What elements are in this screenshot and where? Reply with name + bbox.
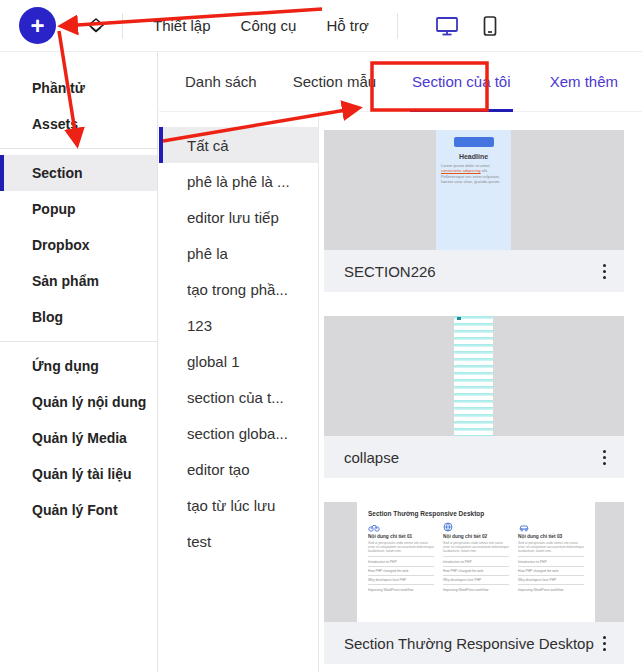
card-footer: collapse (324, 436, 624, 478)
toolbar-menu: Thiết lập Công cụ Hỗ trợ (153, 17, 369, 34)
column-link: Why developers love PHP (518, 575, 584, 584)
category-item[interactable]: editor lưu tiếp (159, 199, 318, 235)
column-link: Introduction to PHP (518, 556, 584, 565)
device-toggle (434, 14, 498, 38)
thumbnail-paragraph-text: Lorem ipsum dolor sit amet, (441, 163, 490, 168)
desktop-icon[interactable] (434, 14, 460, 38)
category-item[interactable]: editor tạo (159, 451, 318, 487)
menu-settings[interactable]: Thiết lập (153, 17, 211, 34)
category-all[interactable]: Tất cả (159, 127, 318, 163)
column-links: Introduction to PHP How PHP changed the … (518, 556, 584, 594)
mobile-icon[interactable] (482, 14, 498, 38)
thumbnail-headline: Headline (436, 153, 511, 160)
kebab-menu-icon[interactable] (599, 446, 610, 469)
menu-help[interactable]: Hỗ trợ (326, 17, 368, 34)
menu-tools[interactable]: Công cụ (241, 17, 297, 34)
column-paragraph: Sed ut perspiciatis unde omnis iste natu… (443, 541, 509, 554)
sidebar-divider (0, 341, 157, 342)
column-link: Improving WordPress workflow (368, 584, 434, 593)
tab-section-mau[interactable]: Section mẫu (293, 52, 376, 112)
card-title: collapse (344, 449, 599, 466)
category-item[interactable]: phê la (159, 235, 318, 271)
page-builder-window: + Thiết lập Công cụ Hỗ trợ (0, 0, 642, 672)
top-toolbar: + Thiết lập Công cụ Hỗ trợ (0, 0, 642, 52)
thumbnail-marker (457, 317, 461, 320)
column-link: How PHP changed the web (443, 566, 509, 575)
sidebar-divider (0, 148, 157, 149)
sidebar-item-quan-ly-tai-lieu[interactable]: Quản lý tài liệu (0, 456, 157, 492)
kebab-menu-icon[interactable] (599, 632, 610, 655)
column-heading: Nội dung chi tiết 01 (368, 534, 434, 539)
card-title: SECTION226 (344, 263, 599, 280)
column-link: Improving WordPress workflow (518, 584, 584, 593)
column-links: Introduction to PHP How PHP changed the … (368, 556, 434, 594)
sidebar-item-quan-ly-noi-dung[interactable]: Quản lý nội dung (0, 384, 157, 420)
layers-icon[interactable] (84, 14, 108, 38)
toolbar-divider (122, 13, 123, 39)
globe-icon (443, 522, 509, 532)
sidebar-item-san-pham[interactable]: Sản phẩm (0, 263, 157, 299)
column-heading: Nội dung chi tiết 03 (518, 534, 584, 539)
column-link: How PHP changed the web (518, 566, 584, 575)
column-link: Improving WordPress workflow (443, 584, 509, 593)
sidebar-item-quan-ly-media[interactable]: Quản lý Media (0, 420, 157, 456)
sidebar-item-quan-ly-font[interactable]: Quản lý Font (0, 492, 157, 528)
section-card-section226[interactable]: Headline Lorem ipsum dolor sit amet, con… (324, 130, 624, 292)
column-heading: Nội dung chi tiết 02 (443, 534, 509, 539)
section-card-responsive-desktop[interactable]: Section Thường Responsive Desktop Nội du… (324, 502, 624, 664)
thumbnail-page-panel: Section Thường Responsive Desktop Nội du… (357, 502, 595, 622)
category-list: Tất cả phê là phê là ... editor lưu tiếp… (159, 112, 319, 672)
thumbnail-paragraph-link: consectetur adipiscing (441, 168, 481, 173)
thumbnail-paragraph: Lorem ipsum dolor sit amet, consectetur … (436, 160, 511, 185)
thumbnail-hero-panel: Headline Lorem ipsum dolor sit amet, con… (436, 130, 511, 250)
sidebar-item-ung-dung[interactable]: Ứng dụng (0, 348, 157, 384)
thumbnail-column-1: Nội dung chi tiết 01 Sed ut perspiciatis… (368, 522, 434, 594)
column-paragraph: Sed ut perspiciatis unde omnis iste natu… (368, 541, 434, 554)
category-item[interactable]: tạo trong phầ... (159, 271, 318, 307)
category-item[interactable]: global 1 (159, 343, 318, 379)
tab-danh-sach[interactable]: Danh sách (185, 52, 257, 112)
sidebar-item-section[interactable]: Section (0, 155, 157, 191)
card-footer: Section Thường Responsive Desktop (324, 622, 624, 664)
kebab-menu-icon[interactable] (599, 260, 610, 283)
card-footer: SECTION226 (324, 250, 624, 292)
category-item[interactable]: phê là phê là ... (159, 163, 318, 199)
sidebar-item-popup[interactable]: Popup (0, 191, 157, 227)
category-item[interactable]: 123 (159, 307, 318, 343)
car-icon (518, 522, 584, 532)
thumbnail-collapse-strip (454, 316, 493, 436)
bicycle-icon (368, 522, 434, 532)
column-link: How PHP changed the web (368, 566, 434, 575)
category-item[interactable]: tạo từ lúc lưu (159, 487, 318, 523)
thumbnail-column-3: Nội dung chi tiết 03 Sed ut perspiciatis… (518, 522, 584, 594)
thumbnail-button (454, 137, 494, 147)
left-sidebar: Phần tử Assets Section Popup Dropbox Sản… (0, 52, 158, 672)
thumbnail-column-2: Nội dung chi tiết 02 Sed ut perspiciatis… (443, 522, 509, 594)
card-title: Section Thường Responsive Desktop (344, 635, 599, 652)
sidebar-item-dropbox[interactable]: Dropbox (0, 227, 157, 263)
card-thumbnail (324, 316, 624, 436)
section-tabs: Danh sách Section mẫu Section của tôi Xe… (159, 52, 642, 112)
see-more-link[interactable]: Xem thêm (550, 73, 618, 90)
category-item[interactable]: section globa... (159, 415, 318, 451)
section-card-list: Headline Lorem ipsum dolor sit amet, con… (319, 112, 642, 672)
toolbar-divider (397, 13, 398, 39)
column-links: Introduction to PHP How PHP changed the … (443, 556, 509, 594)
column-link: Introduction to PHP (443, 556, 509, 565)
column-link: Introduction to PHP (368, 556, 434, 565)
card-thumbnail: Section Thường Responsive Desktop Nội du… (324, 502, 624, 622)
column-link: Why developers love PHP (443, 575, 509, 584)
card-thumbnail: Headline Lorem ipsum dolor sit amet, con… (324, 130, 624, 250)
thumbnail-title: Section Thường Responsive Desktop (368, 510, 584, 517)
tab-section-cua-toi[interactable]: Section của tôi (412, 52, 510, 112)
sidebar-item-assets[interactable]: Assets (0, 106, 157, 142)
category-item[interactable]: section của t... (159, 379, 318, 415)
section-card-collapse[interactable]: collapse (324, 316, 624, 478)
sidebar-item-phan-tu[interactable]: Phần tử (0, 70, 157, 106)
sidebar-item-blog[interactable]: Blog (0, 299, 157, 335)
column-paragraph: Sed ut perspiciatis unde omnis iste natu… (518, 541, 584, 554)
category-item[interactable]: test (159, 523, 318, 559)
add-button[interactable]: + (19, 7, 56, 44)
column-link: Why developers love PHP (368, 575, 434, 584)
thumbnail-columns: Nội dung chi tiết 01 Sed ut perspiciatis… (368, 522, 584, 594)
